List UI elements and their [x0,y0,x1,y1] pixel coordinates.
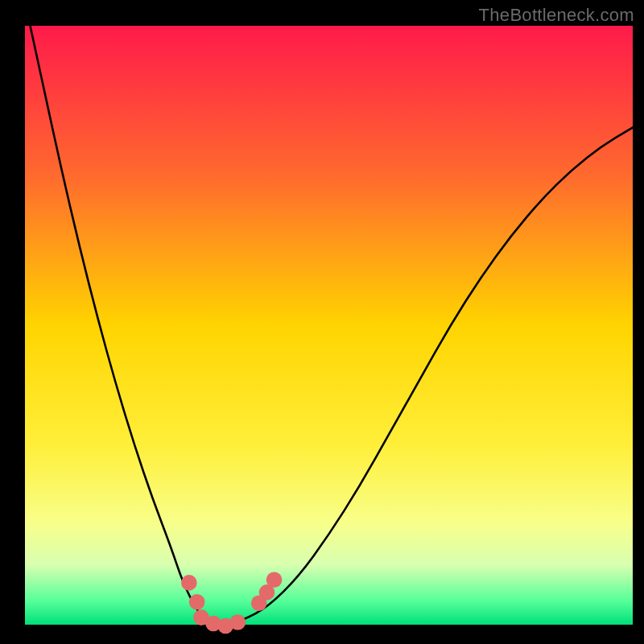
data-point [189,594,205,610]
data-point [266,572,283,588]
watermark-text: TheBottleneck.com [479,5,634,26]
data-point [181,575,197,591]
data-point [229,614,246,630]
bottleneck-chart [0,0,644,644]
chart-frame: TheBottleneck.com [0,0,644,644]
